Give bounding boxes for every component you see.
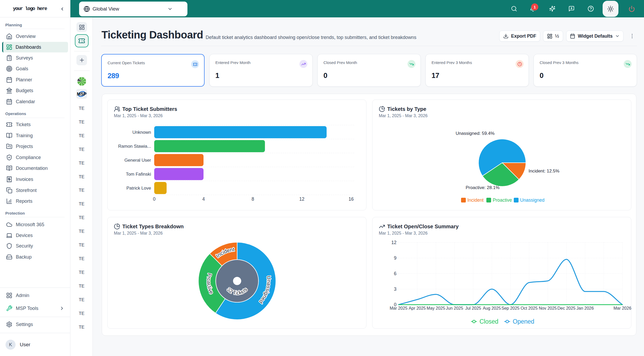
- svg-text:Jan 2026: Jan 2026: [577, 306, 594, 310]
- svg-text:May 2025: May 2025: [427, 306, 445, 310]
- svg-text:6: 6: [394, 271, 396, 276]
- svg-text:3: 3: [394, 286, 396, 292]
- svg-text:Proactive: Proactive: [493, 197, 512, 203]
- svg-text:Unassigned: 59.4%: Unassigned: 59.4%: [456, 131, 495, 136]
- svg-text:Nov 2025: Nov 2025: [539, 306, 557, 310]
- svg-text:8: 8: [251, 196, 254, 202]
- svg-text:MSP: MSP: [77, 92, 86, 97]
- svg-text:Jun 2025: Jun 2025: [446, 306, 463, 310]
- svg-text:Jul 2025: Jul 2025: [465, 306, 481, 310]
- svg-text:Apr 2025: Apr 2025: [409, 306, 426, 310]
- svg-text:Closed: Closed: [480, 318, 498, 325]
- svg-text:Ramon Stawia...: Ramon Stawia...: [118, 144, 151, 149]
- svg-text:Unknown: Unknown: [132, 130, 151, 135]
- svg-text:Mar 2026: Mar 2026: [613, 306, 631, 310]
- svg-text:Proactive: 28.1%: Proactive: 28.1%: [466, 185, 500, 190]
- svg-text:Unassigned: Unassigned: [520, 197, 544, 203]
- svg-text:Incident: Incident: [467, 197, 483, 203]
- svg-text:12: 12: [299, 196, 304, 202]
- svg-text:4: 4: [202, 196, 205, 202]
- svg-text:0: 0: [153, 196, 156, 202]
- svg-text:16: 16: [348, 196, 354, 202]
- svg-text:Opened: Opened: [513, 318, 534, 325]
- svg-text:Patrick Love: Patrick Love: [126, 186, 151, 191]
- svg-text:9: 9: [394, 255, 396, 261]
- svg-text:Oct 2025: Oct 2025: [521, 306, 538, 310]
- svg-text:12: 12: [391, 240, 396, 245]
- svg-text:Sep 2025: Sep 2025: [501, 306, 520, 310]
- svg-text:Tom Fafinski: Tom Fafinski: [126, 172, 151, 177]
- svg-text:Mar 2025: Mar 2025: [390, 306, 408, 310]
- svg-text:Dec 2025: Dec 2025: [558, 306, 576, 310]
- svg-text:Aug 2025: Aug 2025: [483, 306, 501, 310]
- svg-text:Incident: 12.5%: Incident: 12.5%: [529, 169, 559, 174]
- svg-text:General User: General User: [124, 158, 151, 163]
